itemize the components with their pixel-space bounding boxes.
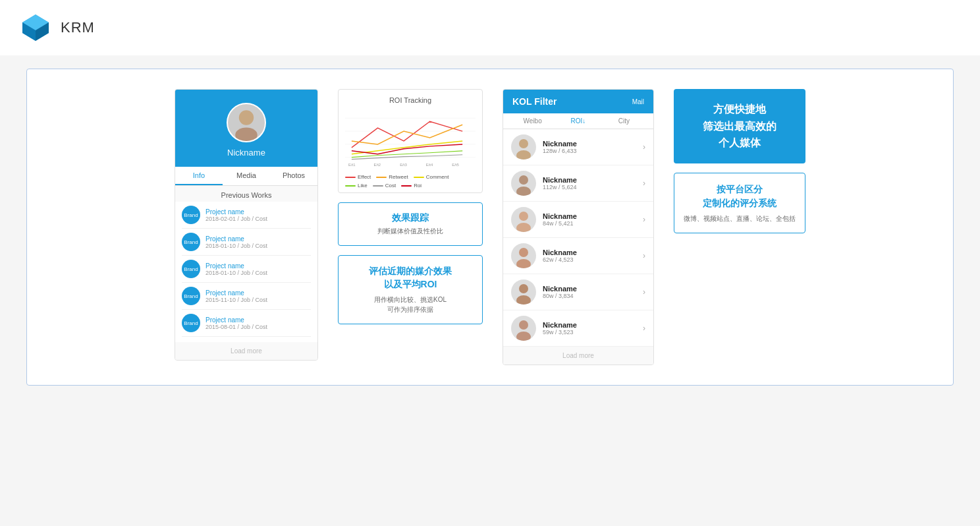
filter-info: Nickname 112w / 5,624 [543,176,636,190]
svg-point-27 [516,332,531,341]
legend-effect: Effect [345,174,371,180]
legend-comment: Comment [414,174,449,180]
svg-point-22 [519,248,528,257]
work-meta: 2018-02-01 / Job / Cost [205,216,267,222]
chevron-right-icon: › [643,324,645,333]
panel-profile: Nickname Info Media Photos Previous Work… [175,89,318,361]
filter-info: Nickname 62w / 4,523 [543,248,636,263]
roi-feature-desc: 判断媒体价值及性价比 [346,227,474,236]
roi-legend: Effect Retweet Comment Like [345,174,476,189]
filter-avatar [511,316,536,341]
filter-header: KOL Filter Mail [503,90,653,113]
roi-eval-box: 评估近期的媒介效果以及平均ROI 用作横向比较、挑选KOL可作为排序依据 [338,255,483,324]
filter-tab-weibo[interactable]: Weibo [510,113,555,129]
filter-item[interactable]: Nickname 128w / 6,433 › [503,129,653,165]
tab-media[interactable]: Media [223,167,270,185]
filter-name: Nickname [543,212,636,220]
filter-name: Nickname [543,176,636,184]
previous-works-title: Previous Works [175,186,317,202]
filter-item[interactable]: Nickname 59w / 3,523 › [503,310,653,347]
text-outline-title: 按平台区分 定制化的评分系统 [682,183,797,210]
svg-point-21 [516,223,531,232]
svg-point-20 [519,212,528,221]
legend-retweet: Retweet [376,174,408,180]
filter-info: Nickname 128w / 6,433 [543,140,636,154]
filter-tab-roi[interactable]: ROI↓ [555,113,601,129]
legend-cost: Cost [373,183,396,189]
filter-stats: 59w / 3,523 [543,329,636,336]
profile-tabs: Info Media Photos [175,167,317,186]
filter-name: Nickname [543,285,636,293]
filter-title: KOL Filter [512,96,557,107]
filter-tab-city[interactable]: City [601,113,647,129]
svg-text:E/t4: E/t4 [426,163,433,167]
filter-info: Nickname 59w / 3,523 [543,321,636,336]
main-content: Nickname Info Media Photos Previous Work… [0,55,980,405]
filter-tabs: Weibo ROI↓ City [503,113,653,129]
work-item: Brand Project name 2015-11-10 / Job / Co… [182,283,311,310]
filter-mail: Mail [632,98,644,105]
filter-name: Nickname [543,140,636,148]
tab-photos[interactable]: Photos [270,167,317,185]
work-brand: Brand [182,233,200,251]
chevron-right-icon: › [643,142,645,152]
filter-load-more[interactable]: Load more [503,347,653,365]
svg-text:E/t3: E/t3 [400,163,407,167]
svg-point-23 [516,259,531,268]
work-meta: 2018-01-10 / Job / Cost [205,243,267,249]
legend-like: Like [345,183,368,189]
work-name: Project name [205,208,267,216]
panel-text: 方便快捷地 筛选出最高效的 个人媒体 按平台区分 定制化的评分系统 微博、视频站… [674,89,805,233]
roi-eval-title: 评估近期的媒介效果以及平均ROI [346,265,474,291]
work-item: Brand Project name 2015-08-01 / Job / Co… [182,310,311,337]
filter-stats: 80w / 3,834 [543,293,636,299]
work-name: Project name [205,235,267,243]
filter-name: Nickname [543,248,636,256]
app-title: KRM [61,19,95,36]
filter-item[interactable]: Nickname 80w / 3,834 › [503,274,653,310]
work-item: Brand Project name 2018-02-01 / Job / Co… [182,202,311,229]
svg-point-16 [519,139,528,148]
filter-name: Nickname [543,321,636,329]
tab-info[interactable]: Info [175,167,223,185]
work-info: Project name 2018-01-10 / Job / Cost [205,235,267,249]
work-meta: 2015-08-01 / Job / Cost [205,324,267,330]
chevron-right-icon: › [643,251,645,260]
work-name: Project name [205,262,267,270]
filter-stats: 112w / 5,624 [543,184,636,190]
legend-roi: Roi [401,183,422,189]
roi-chart-title: ROI Tracking [345,96,476,104]
works-list: Brand Project name 2018-02-01 / Job / Co… [175,202,317,342]
work-item: Brand Project name 2018-01-10 / Job / Co… [182,229,311,256]
filter-item[interactable]: Nickname 84w / 5,421 › [503,202,653,238]
work-brand: Brand [182,206,200,224]
filter-avatar [511,134,536,160]
load-more-button[interactable]: Load more [175,342,317,360]
svg-point-18 [519,175,528,185]
filter-info: Nickname 84w / 5,421 [543,212,636,227]
work-info: Project name 2018-02-01 / Job / Cost [205,208,267,222]
svg-text:E/t1: E/t1 [348,163,356,167]
text-blue-box: 方便快捷地 筛选出最高效的 个人媒体 [674,89,805,163]
filter-stats: 84w / 5,421 [543,220,636,227]
work-brand: Brand [182,314,200,332]
chevron-right-icon: › [643,287,645,297]
svg-point-4 [239,110,254,125]
work-brand: Brand [182,260,200,278]
text-outline-box: 按平台区分 定制化的评分系统 微博、视频站点、直播、论坛、全包括 [674,173,805,233]
svg-point-24 [519,284,528,293]
work-meta: 2018-01-10 / Job / Cost [205,270,267,276]
work-info: Project name 2015-08-01 / Job / Cost [205,316,267,330]
filter-avatar [511,279,536,305]
filter-item[interactable]: Nickname 62w / 4,523 › [503,238,653,274]
filter-item[interactable]: Nickname 112w / 5,624 › [503,165,653,202]
roi-feature-title: 效果跟踪 [346,212,474,224]
profile-header: Nickname [175,90,317,167]
svg-point-17 [516,150,531,160]
panel-roi: ROI Tracking [338,89,483,324]
work-meta: 2015-11-10 / Job / Cost [205,297,267,303]
svg-point-5 [235,127,258,142]
text-outline-desc: 微博、视频站点、直播、论坛、全包括 [682,214,797,223]
work-item: Brand Project name 2018-01-10 / Job / Co… [182,256,311,283]
work-name: Project name [205,316,267,324]
